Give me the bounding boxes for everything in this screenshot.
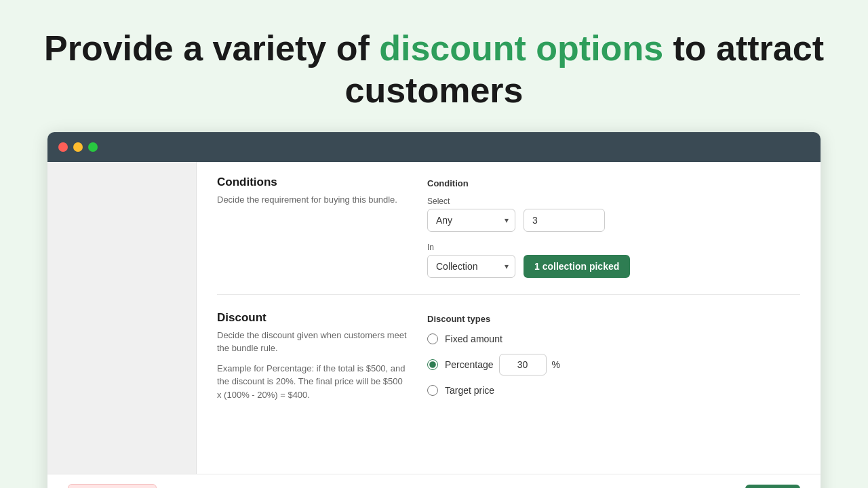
any-select[interactable]: Any All bbox=[427, 209, 515, 232]
in-field-group: In Collection Product Tag ▾ bbox=[427, 243, 515, 278]
conditions-left: Conditions Decide the requirement for bu… bbox=[217, 176, 407, 278]
conditions-right: Condition Select Any All bbox=[427, 176, 800, 278]
quantity-input[interactable] bbox=[524, 209, 605, 232]
select-label: Select bbox=[427, 197, 515, 206]
percentage-input[interactable] bbox=[499, 354, 547, 375]
percentage-symbol: % bbox=[552, 359, 560, 370]
main-content: Conditions Decide the requirement for bu… bbox=[197, 162, 821, 474]
select-field-group: Select Any All ▾ bbox=[427, 197, 515, 232]
discount-types-label: Discount types bbox=[427, 314, 800, 324]
collection-select[interactable]: Collection Product Tag bbox=[427, 255, 515, 278]
fixed-amount-radio[interactable] bbox=[427, 333, 438, 344]
select-wrapper: Any All ▾ bbox=[427, 209, 515, 232]
discount-left: Discount Decide the discount given when … bbox=[217, 311, 407, 402]
traffic-light-red[interactable] bbox=[58, 142, 68, 152]
percentage-row: Percentage % bbox=[445, 354, 560, 375]
hero-section: Provide a variety of discount options to… bbox=[0, 0, 868, 132]
in-row: In Collection Product Tag ▾ bbox=[427, 243, 800, 278]
delete-bundle-button[interactable]: Delete Bundle bbox=[68, 484, 157, 488]
percentage-label: Percentage bbox=[445, 359, 494, 370]
discount-section: Discount Decide the discount given when … bbox=[217, 311, 800, 418]
condition-label: Condition bbox=[427, 178, 800, 188]
collection-picked-button[interactable]: 1 collection picked bbox=[524, 255, 630, 278]
target-price-option: Target price bbox=[427, 385, 800, 396]
discount-desc2: Example for Percentage: if the total is … bbox=[217, 362, 407, 402]
in-label: In bbox=[427, 243, 515, 252]
traffic-light-yellow[interactable] bbox=[73, 142, 83, 152]
collection-select-wrapper: Collection Product Tag ▾ bbox=[427, 255, 515, 278]
hero-title: Provide a variety of discount options to… bbox=[41, 27, 827, 112]
sidebar bbox=[47, 162, 197, 474]
target-price-radio[interactable] bbox=[427, 385, 438, 396]
save-button[interactable]: Save bbox=[745, 485, 800, 488]
select-row: Select Any All ▾ bbox=[427, 197, 800, 232]
target-price-label: Target price bbox=[445, 385, 494, 396]
browser-window: Conditions Decide the requirement for bu… bbox=[47, 132, 821, 488]
browser-footer: Delete Bundle Save bbox=[47, 474, 821, 488]
percentage-radio[interactable] bbox=[427, 359, 438, 370]
fixed-amount-label: Fixed amount bbox=[445, 333, 502, 344]
hero-title-part1: Provide a variety of bbox=[44, 28, 379, 68]
traffic-light-green[interactable] bbox=[88, 142, 98, 152]
conditions-description: Decide the requirement for buying this b… bbox=[217, 193, 407, 207]
browser-titlebar bbox=[47, 132, 821, 162]
discount-desc1: Decide the discount given when customers… bbox=[217, 329, 407, 355]
browser-body: Conditions Decide the requirement for bu… bbox=[47, 162, 821, 474]
discount-right: Discount types Fixed amount Percentage bbox=[427, 311, 800, 402]
discount-title: Discount bbox=[217, 311, 407, 325]
discount-radio-group: Fixed amount Percentage % bbox=[427, 333, 800, 396]
percentage-option: Percentage % bbox=[427, 354, 800, 375]
conditions-section: Conditions Decide the requirement for bu… bbox=[217, 176, 800, 295]
conditions-title: Conditions bbox=[217, 176, 407, 189]
conditions-fields: Select Any All ▾ bbox=[427, 197, 800, 278]
fixed-amount-option: Fixed amount bbox=[427, 333, 800, 344]
hero-title-highlight: discount options bbox=[379, 28, 663, 68]
